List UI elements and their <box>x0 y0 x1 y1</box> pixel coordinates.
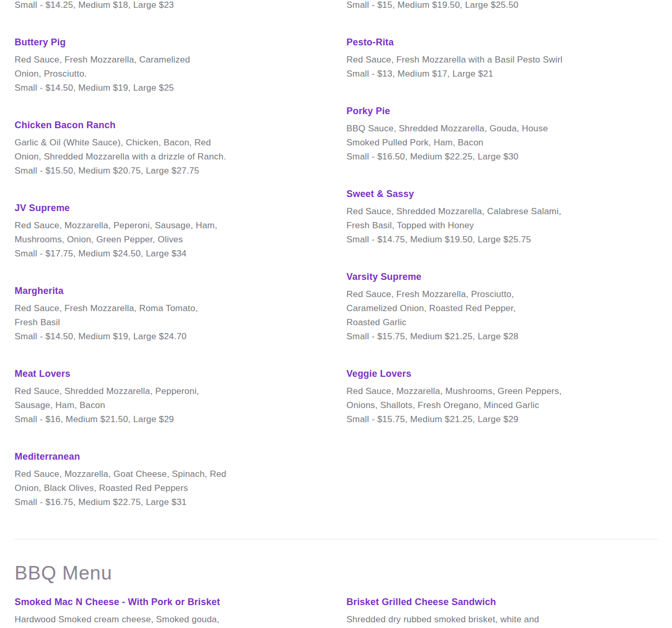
menu-item: Meat LoversRed Sauce, Shredded Mozzarell… <box>15 367 326 426</box>
menu-item-name: Buttery Pig <box>15 35 326 50</box>
menu-item-name: Mediterranean <box>15 450 326 464</box>
menu-item-name: Meat Lovers <box>15 367 326 381</box>
menu-item: Sweet & SassyRed Sauce, Shredded Mozzare… <box>346 187 657 247</box>
menu-item-description: Hardwood Smoked cream cheese, Smoked gou… <box>15 612 326 626</box>
menu-item-description: Small - $15, Medium $19.50, Large $25.50 <box>346 0 657 12</box>
menu-item-description: Red Sauce, Mozzarella, Mushrooms, Green … <box>346 384 657 426</box>
bbq-menu-title: BBQ Menu <box>15 561 657 586</box>
menu-item-name: Brisket Grilled Cheese Sandwich <box>346 595 657 609</box>
menu-item-description: Red Sauce, Shredded Mozzarella, Calabres… <box>346 204 657 247</box>
bbq-menu-left-column: Smoked Mac N Cheese - With Pork or Brisk… <box>15 595 326 628</box>
menu-item-description: Red Sauce, Mozzarella, Peperoni, Sausage… <box>15 218 326 261</box>
menu-item: MediterraneanRed Sauce, Mozzarella, Goat… <box>15 450 326 509</box>
menu-item-description: Red Sauce, Fresh Mozzarella, Caramelized… <box>15 53 326 95</box>
menu-item: Small - $15, Medium $19.50, Large $25.50 <box>346 0 657 12</box>
menu-item-name: Chicken Bacon Ranch <box>15 118 326 132</box>
menu-item-name: JV Supreme <box>15 201 326 215</box>
section-divider <box>15 539 657 539</box>
menu-item: Porky PieBBQ Sauce, Shredded Mozzarella,… <box>346 104 657 164</box>
menu-item-name: Varsity Supreme <box>346 270 657 284</box>
menu-item-name: Smoked Mac N Cheese - With Pork or Brisk… <box>15 595 326 609</box>
menu-item-description: Red Sauce, Mozzarella, Goat Cheese, Spin… <box>15 467 326 509</box>
menu-item-description: Red Sauce, Fresh Mozzarella with a Basil… <box>346 53 657 81</box>
menu-item: Brisket Grilled Cheese SandwichShredded … <box>346 595 657 626</box>
bbq-menu-right-column: Brisket Grilled Cheese SandwichShredded … <box>346 595 657 628</box>
menu-item: JV SupremeRed Sauce, Mozzarella, Peperon… <box>15 201 326 261</box>
menu-item: Veggie LoversRed Sauce, Mozzarella, Mush… <box>346 367 657 426</box>
menu-item-description: Red Sauce, Shredded Mozzarella, Pepperon… <box>15 384 326 426</box>
menu-item: Small - $14.25, Medium $18, Large $23 <box>15 0 326 12</box>
menu-item-description: Small - $14.25, Medium $18, Large $23 <box>15 0 326 12</box>
menu-item-name: Pesto-Rita <box>346 35 657 50</box>
menu-item-name: Veggie Lovers <box>346 367 657 381</box>
bbq-menu-section: Smoked Mac N Cheese - With Pork or Brisk… <box>15 595 657 628</box>
menu-item-description: Red Sauce, Fresh Mozzarella, Prosciutto,… <box>346 287 657 343</box>
menu-item: Smoked Mac N Cheese - With Pork or Brisk… <box>15 595 326 626</box>
menu-item-name: Margherita <box>15 284 326 298</box>
menu-item-description: Garlic & Oil (White Sauce), Chicken, Bac… <box>15 136 326 178</box>
menu-item: Varsity SupremeRed Sauce, Fresh Mozzarel… <box>346 270 657 343</box>
menu-item-description: BBQ Sauce, Shredded Mozzarella, Gouda, H… <box>346 121 657 164</box>
menu-item-name: Sweet & Sassy <box>346 187 657 201</box>
menu-page: Small - $14.25, Medium $18, Large $23But… <box>0 0 672 628</box>
menu-item: Buttery PigRed Sauce, Fresh Mozzarella, … <box>15 35 326 95</box>
menu-item-description: Red Sauce, Fresh Mozzarella, Roma Tomato… <box>15 301 326 343</box>
menu-item-description: Shredded dry rubbed smoked brisket, whit… <box>346 612 657 626</box>
menu-item: Pesto-RitaRed Sauce, Fresh Mozzarella wi… <box>346 35 657 81</box>
menu-item-name: Porky Pie <box>346 104 657 118</box>
pizza-menu-right-column: Small - $15, Medium $19.50, Large $25.50… <box>346 0 657 450</box>
pizza-menu-section: Small - $14.25, Medium $18, Large $23But… <box>15 0 657 533</box>
menu-item: MargheritaRed Sauce, Fresh Mozzarella, R… <box>15 284 326 343</box>
menu-item: Chicken Bacon RanchGarlic & Oil (White S… <box>15 118 326 178</box>
pizza-menu-left-column: Small - $14.25, Medium $18, Large $23But… <box>15 0 326 533</box>
